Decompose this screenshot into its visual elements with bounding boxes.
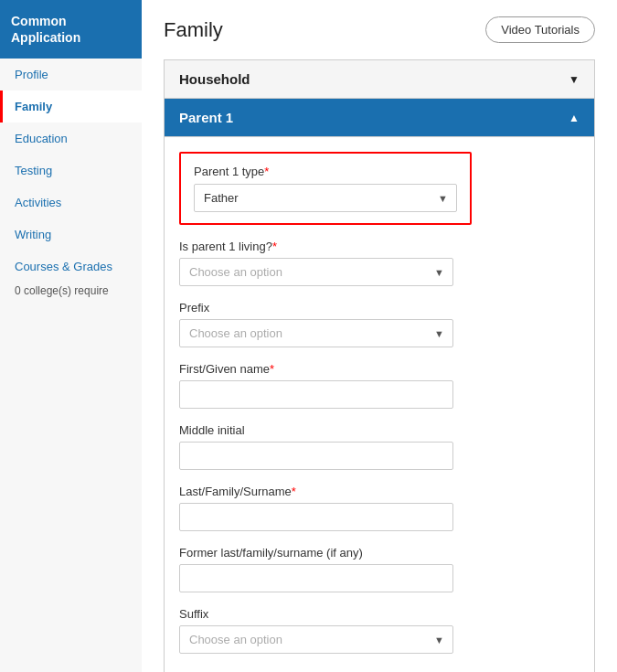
sidebar-item-writing[interactable]: Writing <box>0 219 142 251</box>
is-living-field: Is parent 1 living?* Choose an option Ye… <box>179 240 580 286</box>
page-header: Family Video Tutorials <box>164 16 595 43</box>
household-label: Household <box>179 71 250 87</box>
is-living-label: Is parent 1 living?* <box>179 240 580 253</box>
required-star-living: * <box>272 240 277 253</box>
required-star-firstname: * <box>270 362 274 376</box>
last-name-field: Last/Family/Surname* <box>179 485 580 531</box>
parent-type-select-wrapper: Father Mother Stepfather Stepmother Guar… <box>194 184 457 212</box>
parent-type-box: Parent 1 type* Father Mother Stepfather … <box>179 152 472 225</box>
video-tutorials-button[interactable]: Video Tutorials <box>485 16 595 43</box>
is-living-select[interactable]: Choose an option Yes No <box>179 258 453 286</box>
sidebar-item-testing[interactable]: Testing <box>0 155 142 187</box>
sidebar-nav: Profile Family Education Testing Activit… <box>0 59 142 672</box>
first-name-field: First/Given name* <box>179 362 580 409</box>
suffix-select-wrapper: Choose an option Jr. Sr. II III IV ▼ <box>179 625 453 654</box>
parent1-section-label: Parent 1 <box>179 110 233 125</box>
sidebar-item-profile[interactable]: Profile <box>0 59 142 91</box>
parent1-form: Parent 1 type* Father Mother Stepfather … <box>165 137 594 672</box>
courses-sub-label: 0 college(s) require <box>0 283 142 304</box>
suffix-label: Suffix <box>179 607 580 621</box>
last-name-label: Last/Family/Surname* <box>179 485 580 498</box>
middle-initial-field: Middle initial <box>179 423 580 470</box>
sidebar-item-courses[interactable]: Courses & Grades <box>0 251 142 283</box>
prefix-field: Prefix Choose an option Mr. Mrs. Ms. Dr.… <box>179 301 580 347</box>
middle-initial-input[interactable] <box>179 442 453 470</box>
required-star-lastname: * <box>292 485 296 498</box>
middle-initial-label: Middle initial <box>179 423 580 437</box>
prefix-select-wrapper: Choose an option Mr. Mrs. Ms. Dr. ▼ <box>179 319 453 347</box>
household-accordion: Household ▼ Parent 1 ▲ Parent 1 type* Fa… <box>164 59 595 672</box>
former-last-label: Former last/family/surname (if any) <box>179 546 580 560</box>
sidebar-item-activities[interactable]: Activities <box>0 187 142 219</box>
parent-type-select[interactable]: Father Mother Stepfather Stepmother Guar… <box>194 184 457 212</box>
household-accordion-header[interactable]: Household ▼ <box>165 60 594 99</box>
sidebar-item-family[interactable]: Family <box>0 91 142 123</box>
former-last-field: Former last/family/surname (if any) <box>179 546 580 592</box>
parent-type-label: Parent 1 type* <box>194 165 457 178</box>
page-title: Family <box>164 18 223 42</box>
sidebar: Common Application Profile Family Educat… <box>0 0 142 672</box>
parent1-chevron-icon: ▲ <box>569 112 580 124</box>
first-name-input[interactable] <box>179 380 453 409</box>
suffix-field: Suffix Choose an option Jr. Sr. II III I… <box>179 607 580 654</box>
main-content: Family Video Tutorials Household ▼ Paren… <box>142 0 617 672</box>
prefix-select[interactable]: Choose an option Mr. Mrs. Ms. Dr. <box>179 319 453 347</box>
sidebar-item-education[interactable]: Education <box>0 123 142 155</box>
last-name-input[interactable] <box>179 503 453 531</box>
household-chevron-icon: ▼ <box>569 73 580 86</box>
required-star-type: * <box>264 165 269 178</box>
former-last-input[interactable] <box>179 564 453 592</box>
sidebar-title: Common Application <box>0 0 142 59</box>
parent1-accordion-header[interactable]: Parent 1 ▲ <box>165 99 594 137</box>
suffix-select[interactable]: Choose an option Jr. Sr. II III IV <box>179 625 453 654</box>
is-living-select-wrapper: Choose an option Yes No ▼ <box>179 258 453 286</box>
first-name-label: First/Given name* <box>179 362 580 376</box>
prefix-label: Prefix <box>179 301 580 315</box>
